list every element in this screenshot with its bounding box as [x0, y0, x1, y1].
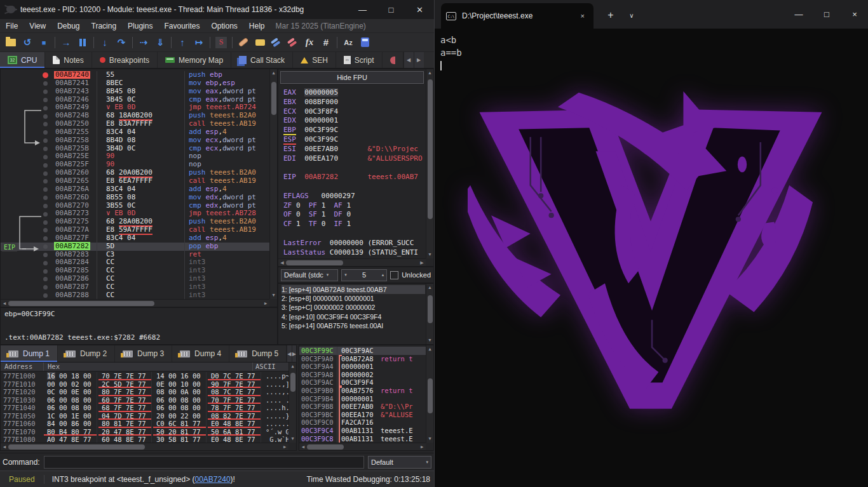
spin-down-icon[interactable]: ▾: [344, 272, 347, 277]
comment-icon[interactable]: [252, 35, 268, 50]
hexdump-row[interactable]: 777E100016 00 18 0070 7E 7E 7714 00 16 0…: [1, 372, 288, 380]
stack-row[interactable]: 00C3F9A400000001: [299, 363, 426, 371]
row-dot[interactable]: [43, 130, 48, 135]
register-line[interactable]: ECX 00C3F8F4: [283, 107, 425, 117]
maximize-button[interactable]: □: [377, 0, 405, 19]
hexdump-row[interactable]: 777E103006 00 08 0060 7F 7E 7706 00 08 0…: [1, 396, 288, 404]
row-dot[interactable]: [43, 187, 48, 192]
tab-scroll-left-icon[interactable]: ◀: [403, 52, 414, 68]
run-to-user-code-icon[interactable]: ↦: [191, 35, 207, 50]
register-line[interactable]: LastStatus C0000139 (STATUS_ENTI: [283, 248, 425, 258]
argument-row[interactable]: 5: [esp+14] 00AB7576 teeest.00AI: [281, 321, 425, 330]
tab-dump-1[interactable]: Dump 1: [1, 345, 58, 362]
argument-row[interactable]: 1: [esp+4] 00AB72A8 teeest.00AB7: [281, 285, 425, 294]
hexdump-row[interactable]: 777E104006 00 08 0068 7F 7E 7706 00 08 0…: [1, 404, 288, 412]
stack-row[interactable]: 00C3F9A800000002: [299, 371, 426, 379]
hexdump-vscrollbar[interactable]: ▲ ▼: [288, 363, 296, 443]
command-type-select[interactable]: Default ▾: [368, 456, 431, 469]
restart-icon[interactable]: ↺: [19, 35, 36, 50]
row-dot[interactable]: [43, 212, 48, 217]
register-line[interactable]: EBP 00C3F99C: [283, 126, 425, 135]
row-dot[interactable]: [43, 81, 48, 86]
row-dot[interactable]: [43, 179, 48, 183]
row-dot[interactable]: [43, 261, 48, 265]
register-line[interactable]: EFLAGS 00000297: [283, 192, 425, 201]
tab-breakpoints[interactable]: Breakpoints: [92, 52, 158, 68]
register-line[interactable]: [283, 163, 425, 173]
terminal-body[interactable]: a<ba==b: [435, 29, 868, 487]
minimize-button[interactable]: —: [348, 0, 377, 19]
menu-item-file[interactable]: File: [0, 20, 24, 32]
dump-scroll-left-icon[interactable]: ◀: [287, 345, 291, 362]
row-dot[interactable]: [43, 122, 48, 126]
row-dot[interactable]: [43, 114, 48, 119]
row-dot[interactable]: [43, 163, 48, 168]
disasm-row[interactable]: 00AB7287CCint3: [1, 283, 269, 291]
menu-item-help[interactable]: Help: [243, 20, 271, 32]
row-dot[interactable]: [43, 228, 48, 232]
tab-script[interactable]: ‹›Script: [336, 52, 383, 68]
terminal-close-button[interactable]: ×: [841, 0, 868, 29]
menu-item-options[interactable]: Options: [205, 20, 243, 32]
hexdump-row[interactable]: 777E10501C 00 1E 0004 7D 7E 7720 00 22 0…: [1, 412, 288, 420]
spin-up-icon[interactable]: ▴: [382, 272, 384, 277]
debuggee-icon[interactable]: [356, 35, 373, 50]
disasm-row[interactable]: 00AB727F83C4 04add esp,4: [1, 234, 269, 243]
new-tab-button[interactable]: +: [601, 6, 620, 24]
tab-dump-5[interactable]: Dump 5: [229, 345, 287, 362]
tab-cpu[interactable]: 32CPU: [0, 52, 45, 68]
arguments-vscrollbar[interactable]: ▲ ▼: [426, 284, 433, 344]
tab-more[interactable]: [383, 52, 403, 68]
step-out-icon[interactable]: ⇓: [152, 35, 168, 50]
disasm-row[interactable]: 00AB72825Dpop ebp: [1, 243, 269, 251]
tab-call-stack[interactable]: Call Stack: [231, 52, 293, 68]
execute-till-return-icon[interactable]: ↑: [174, 35, 191, 50]
hexdump-row[interactable]: 777E1080A0 47 8E 7760 48 8E 7730 58 81 7…: [1, 436, 288, 443]
hexdump-row[interactable]: 777E106084 00 86 0080 81 7E 77C0 6C 81 7…: [1, 420, 288, 428]
disasm-vscrollbar[interactable]: ▲ ▼: [269, 69, 277, 299]
registers-hscrollbar[interactable]: ◀ ▶: [278, 258, 426, 266]
row-dot[interactable]: [43, 106, 48, 110]
register-line[interactable]: EIP 00AB7282 teeest.00AB7: [283, 173, 425, 182]
stack-row[interactable]: 00C3F9C400AB1131teeest.E: [299, 427, 426, 435]
command-input[interactable]: [44, 456, 364, 469]
bookmarks-icon[interactable]: [285, 35, 301, 50]
row-dot[interactable]: [43, 269, 48, 274]
registers-vscrollbar[interactable]: ▲ ▼: [426, 69, 433, 258]
argument-row[interactable]: 3: [esp+C] 00000002 00000002: [281, 303, 425, 312]
disasm-row[interactable]: 00AB7286CCint3: [1, 275, 269, 283]
unlocked-checkbox[interactable]: [390, 271, 398, 279]
register-line[interactable]: [283, 229, 425, 239]
pause-icon[interactable]: [74, 35, 91, 50]
tab-notes[interactable]: Notes: [45, 52, 92, 68]
menu-item-plugins[interactable]: Plugins: [122, 20, 158, 32]
register-line[interactable]: [283, 182, 425, 192]
tab-dump-2[interactable]: Dump 2: [58, 345, 115, 362]
stack-vscrollbar[interactable]: ▲ ▼: [426, 345, 433, 443]
open-file-icon[interactable]: [3, 35, 19, 50]
stack-row[interactable]: 00C3F9BC00EEA170&"ALLUSE: [299, 411, 426, 419]
disasm-row[interactable]: 00AB7283C3ret: [1, 251, 269, 259]
stack-row[interactable]: 00C3F9C0FA2CA716: [299, 418, 426, 427]
skip-icon[interactable]: ⇢: [135, 35, 152, 50]
tab-memory-map[interactable]: Memory Map: [158, 52, 231, 68]
convention-select[interactable]: Default (stdc ▾: [281, 269, 338, 281]
row-dot[interactable]: [43, 285, 48, 290]
tab-seh[interactable]: SEH: [293, 52, 336, 68]
register-line[interactable]: LastError 00000000 (ERROR_SUCC: [283, 239, 425, 248]
stack-row[interactable]: 00C3F9B800EE7AB0&"D:\\Pr: [299, 403, 426, 411]
disasm-row[interactable]: 00AB725B3B4D 0Ccmp ecx,dword pt: [1, 145, 269, 153]
hexdump-row[interactable]: 777E101000 00 02 002C 5D 7E 770E 00 10 0…: [1, 380, 288, 389]
stack-row[interactable]: 00C3F9B000AB7576return t: [299, 387, 426, 395]
register-line[interactable]: EBX 008BF000: [283, 98, 425, 107]
terminal-tab[interactable]: C:\ D:\Project\teeest.exe ×: [441, 3, 593, 29]
row-dot[interactable]: [43, 196, 48, 200]
stop-icon[interactable]: ■: [36, 35, 52, 50]
hexdump-row[interactable]: 777E1070B0 B4 80 7720 47 8E 7750 20 81 7…: [1, 428, 288, 436]
register-line[interactable]: EDX 00000001: [283, 116, 425, 126]
disasm-row[interactable]: 00AB724055push ebp: [1, 71, 269, 79]
stack-row[interactable]: 00C3F9AC00C3F9F4: [299, 378, 426, 387]
stack-row[interactable]: 00C3F9C800AB1131teeest.E: [299, 435, 426, 443]
row-dot[interactable]: [43, 171, 48, 176]
row-dot[interactable]: [43, 155, 48, 159]
